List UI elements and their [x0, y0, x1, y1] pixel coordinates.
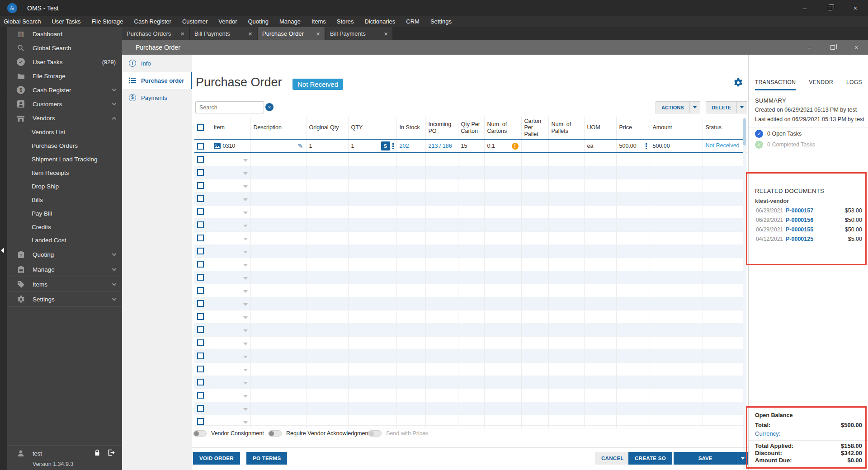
menu-user-tasks[interactable]: User Tasks	[52, 18, 80, 25]
uom-cell[interactable]: ea	[584, 139, 616, 153]
row-checkbox[interactable]	[197, 195, 204, 202]
void-order-button[interactable]: VOID ORDER	[193, 452, 240, 465]
menu-global-search[interactable]: Global Search	[4, 18, 41, 25]
create-so-button[interactable]: CREATE SO	[628, 452, 672, 465]
save-dropdown-button[interactable]	[737, 452, 748, 465]
row-checkbox[interactable]	[197, 274, 204, 281]
item-cell[interactable]	[211, 271, 250, 284]
inner-close-button[interactable]: ×	[844, 40, 868, 55]
empty-table-row[interactable]	[194, 415, 746, 428]
doc-number-link[interactable]: P-0000156	[786, 217, 813, 223]
item-cell[interactable]	[211, 218, 250, 231]
num-of-cartons-cell[interactable]: 0.1!	[484, 139, 521, 153]
sidebar-item-pay-bill[interactable]: Pay Bill	[7, 207, 122, 220]
empty-table-row[interactable]	[194, 284, 746, 297]
item-cell[interactable]	[211, 258, 250, 271]
row-checkbox[interactable]	[197, 143, 204, 150]
item-cell[interactable]	[211, 205, 250, 218]
item-cell[interactable]	[211, 244, 250, 258]
lock-icon[interactable]	[94, 449, 100, 457]
item-cell[interactable]	[211, 231, 250, 244]
sidebar-collapse-strip[interactable]	[0, 27, 7, 470]
empty-table-row[interactable]	[194, 218, 746, 231]
sidebar-item-customers[interactable]: Customers	[7, 97, 122, 111]
item-dropdown-icon[interactable]	[243, 238, 248, 240]
item-dropdown-icon[interactable]	[243, 395, 248, 398]
item-cell[interactable]	[211, 415, 250, 428]
original-qty-cell[interactable]: 1	[306, 139, 348, 153]
doc-number-link[interactable]: P-0000155	[786, 226, 813, 233]
item-dropdown-icon[interactable]	[243, 408, 248, 411]
item-dropdown-icon[interactable]	[243, 225, 248, 227]
toggle-switch[interactable]	[193, 430, 207, 437]
logout-icon[interactable]	[108, 449, 115, 457]
sidebar-item-items[interactable]: Items	[7, 277, 122, 292]
menu-vendor[interactable]: Vendor	[218, 18, 237, 25]
sidebar-item-drop-ship[interactable]: Drop Ship	[7, 179, 122, 193]
select-all-checkbox[interactable]	[197, 124, 204, 131]
doc-number-link[interactable]: P-0000157	[786, 207, 813, 214]
menu-items[interactable]: Items	[311, 18, 326, 25]
row-checkbox[interactable]	[197, 235, 204, 241]
menu-stores[interactable]: Stores	[337, 18, 354, 25]
menu-manage[interactable]: Manage	[279, 18, 301, 25]
kebab-menu-icon[interactable]	[392, 143, 394, 149]
empty-table-row[interactable]	[194, 297, 746, 310]
tab-vendor[interactable]: VENDOR	[809, 75, 833, 90]
row-checkbox[interactable]	[197, 339, 204, 346]
restore-button[interactable]	[817, 0, 843, 16]
row-checkbox[interactable]	[197, 405, 204, 412]
row-checkbox[interactable]	[197, 379, 204, 385]
table-row[interactable]: 0310 ✎ 1 1S 202 213 / 186 15 0.1! ea 500…	[194, 139, 746, 153]
item-cell[interactable]	[211, 376, 250, 389]
kebab-menu-icon[interactable]	[646, 143, 647, 149]
search-input[interactable]	[199, 104, 260, 111]
menu-crm[interactable]: CRM	[406, 18, 420, 25]
open-tasks-row[interactable]: ✓0 Open Tasks	[755, 130, 802, 138]
empty-table-row[interactable]	[194, 271, 746, 284]
item-dropdown-icon[interactable]	[243, 343, 248, 345]
menu-customer[interactable]: Customer	[182, 18, 208, 25]
sidebar-item-vendors[interactable]: Vendors	[7, 111, 122, 125]
row-checkbox[interactable]	[197, 221, 204, 228]
table-settings-gear-icon[interactable]	[734, 78, 743, 87]
item-dropdown-icon[interactable]	[243, 329, 248, 332]
menu-cash-register[interactable]: Cash Register	[134, 18, 171, 25]
item-cell[interactable]	[211, 166, 250, 179]
tab-bill-payments-1[interactable]: Bill Payments×	[190, 27, 257, 40]
menu-quoting[interactable]: Quoting	[248, 18, 269, 25]
nav-item-payments[interactable]: $ Payments	[122, 89, 192, 106]
edit-pencil-icon[interactable]: ✎	[298, 142, 303, 150]
row-status-link[interactable]: Not Received	[703, 139, 746, 153]
actions-dropdown-button[interactable]	[689, 101, 700, 113]
row-checkbox[interactable]	[197, 287, 204, 294]
sidebar-item-manage[interactable]: Manage	[7, 262, 122, 277]
empty-table-row[interactable]	[194, 258, 746, 271]
clear-search-icon[interactable]: ×	[265, 103, 274, 111]
price-cell[interactable]: 500.00	[616, 139, 650, 153]
empty-table-row[interactable]	[194, 231, 746, 244]
item-dropdown-icon[interactable]	[243, 198, 248, 201]
item-cell[interactable]	[211, 389, 250, 402]
item-dropdown-icon[interactable]	[243, 421, 248, 424]
item-cell[interactable]	[211, 153, 250, 166]
item-dropdown-icon[interactable]	[243, 212, 248, 214]
item-dropdown-icon[interactable]	[243, 382, 248, 385]
row-checkbox[interactable]	[197, 418, 204, 425]
empty-table-row[interactable]	[194, 389, 746, 402]
sidebar-item-bills[interactable]: Bills	[7, 193, 122, 207]
empty-table-row[interactable]	[194, 153, 746, 166]
row-checkbox[interactable]	[197, 248, 204, 254]
item-cell[interactable]	[211, 310, 250, 323]
empty-table-row[interactable]	[194, 166, 746, 179]
item-dropdown-icon[interactable]	[243, 172, 248, 175]
sidebar-item-global-search[interactable]: Global Search	[7, 41, 122, 55]
sidebar-item-user-tasks[interactable]: ✓ User Tasks (929)	[7, 55, 122, 69]
search-field[interactable]	[195, 101, 264, 113]
require-vendor-acknowledgment-toggle[interactable]: Require Vendor Acknowledgment	[268, 430, 370, 437]
item-cell[interactable]	[211, 402, 250, 415]
empty-table-row[interactable]	[194, 244, 746, 258]
empty-table-row[interactable]	[194, 323, 746, 336]
row-checkbox[interactable]	[197, 156, 204, 163]
item-dropdown-icon[interactable]	[243, 159, 248, 162]
